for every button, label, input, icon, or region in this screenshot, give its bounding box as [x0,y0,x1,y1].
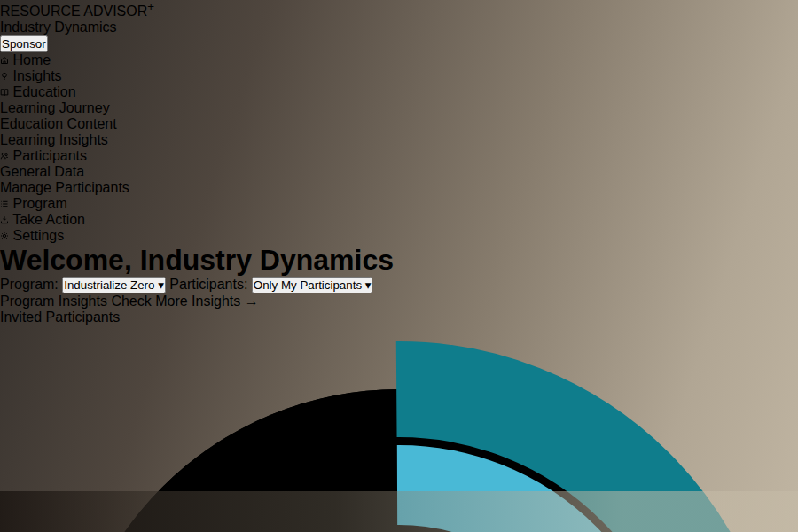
program-select[interactable]: Industrialize Zero ▾ [62,277,166,293]
nav-label: Learning Insights [0,132,108,147]
logo-plus: + [147,0,154,13]
logo-resource: RESOURCE [0,4,81,19]
participants-select[interactable]: Only My Participants ▾ [252,277,373,293]
chevron-down-icon: ▾ [365,278,372,292]
chevron-down-icon: ▾ [158,278,164,292]
check-more-insights-link[interactable]: Check More Insights → [111,293,258,309]
lightbulb-icon [0,68,9,83]
sidebar: RESOURCE ADVISOR+ Industry Dynamics Spon… [0,0,798,244]
sidebar-item-participants[interactable]: Participants [0,148,798,164]
nav-label: Take Action [12,212,85,227]
nav-label: Manage Participants [0,180,129,195]
sidebar-item-learning-journey[interactable]: Learning Journey [0,100,798,116]
gear-icon [0,228,9,243]
sidebar-item-settings[interactable]: Settings [0,228,798,244]
sidebar-item-program[interactable]: Program [0,196,798,212]
nav-label: Participants [12,148,87,163]
home-icon [0,52,9,67]
download-tray-icon [0,212,9,227]
nav-label: Home [12,52,51,67]
arrow-right-icon: → [245,293,259,309]
sidebar-item-insights[interactable]: Insights [0,68,798,84]
org-name: Industry Dynamics [0,20,798,35]
list-icon [0,196,9,211]
program-insights-title: Program Insights [0,293,107,309]
participants-filter-label: Participants: [169,277,247,292]
people-icon [0,148,9,163]
app-logo: RESOURCE ADVISOR+ [0,0,798,20]
sidebar-item-take-action[interactable]: Take Action [0,212,798,228]
nav-label: Education [12,84,75,99]
nav-label: General Data [0,164,84,179]
sidebar-item-learning-insights[interactable]: Learning Insights [0,132,798,148]
logo-advisor: ADVISOR [83,4,147,19]
filter-bar: Program: Industrialize Zero ▾ Participan… [0,277,798,293]
nav-label: Program [12,196,66,211]
page-title: Welcome, Industry Dynamics [0,244,798,277]
sidebar-item-education-content[interactable]: Education Content [0,116,798,132]
sidebar-item-general-data[interactable]: General Data [0,164,798,180]
dashboard-screen: RESOURCE ADVISOR+ Industry Dynamics Spon… [0,0,798,532]
sidebar-item-education[interactable]: Education [0,84,798,100]
sponsor-badge[interactable]: Sponsor [0,35,48,52]
card-title: Invited Participants [0,309,798,325]
nav-label: Insights [12,68,61,83]
sidebar-item-home[interactable]: Home [0,52,798,68]
sponsor-label: Sponsor [2,37,46,51]
monitor-bezel: RESOURCE ADVISOR+ Industry Dynamics Spon… [0,0,798,532]
book-icon [0,84,9,99]
nav-label: Settings [12,228,64,243]
program-filter-label: Program: [0,277,59,292]
nav-label: Education Content [0,116,117,131]
sidebar-item-manage-participants[interactable]: Manage Participants [0,180,798,196]
program-insights-header: Program Insights Check More Insights → [0,293,798,309]
sidebar-nav: Home Insights Education Learning Journey… [0,52,798,244]
nav-label: Learning Journey [0,100,110,115]
desk-surface [0,491,798,532]
